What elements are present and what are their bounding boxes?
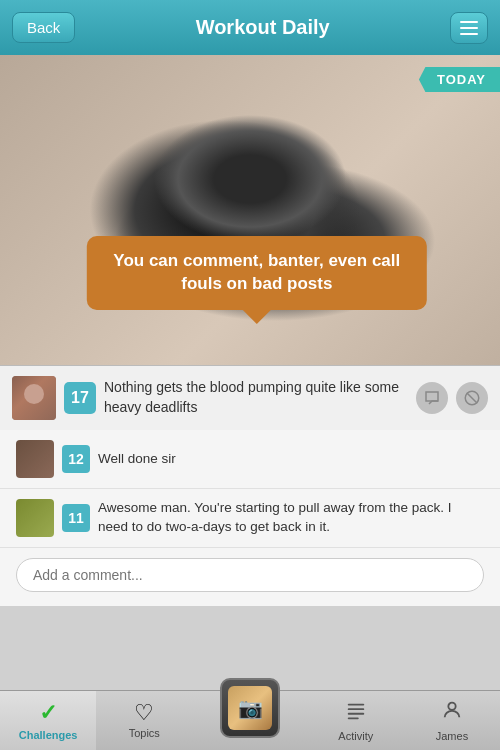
tab-challenges[interactable]: ✓ Challenges (0, 691, 96, 750)
comment-score-1: 12 (62, 445, 90, 473)
comment-text-2: Awesome man. You're starting to pull awa… (98, 499, 484, 537)
tab-topics-label: Topics (129, 727, 160, 739)
post-score: 17 (64, 382, 96, 414)
hero-image: TODAY You can comment, banter, even call… (0, 55, 500, 365)
post-avatar (12, 376, 56, 420)
tab-activity[interactable]: Activity (308, 691, 404, 750)
post-actions (416, 382, 488, 414)
comment-text-1: Well done sir (98, 450, 484, 469)
tooltip-bubble: You can comment, banter, even call fouls… (87, 236, 427, 310)
block-button[interactable] (456, 382, 488, 414)
main-content: TODAY You can comment, banter, even call… (0, 55, 500, 690)
camera-icon: 📷 (228, 686, 272, 730)
tab-challenges-label: Challenges (19, 729, 78, 741)
svg-line-1 (467, 393, 478, 404)
avatar-face (24, 384, 44, 404)
comment-score-2: 11 (62, 504, 90, 532)
tab-bar: ✓ Challenges ♡ Topics 📷 Activity (0, 690, 500, 750)
svg-point-6 (448, 703, 455, 710)
heart-icon: ♡ (134, 702, 154, 724)
tab-james-label: James (436, 730, 468, 742)
svg-rect-3 (348, 708, 365, 710)
comment-row: 12 Well done sir (0, 430, 500, 489)
add-comment-input[interactable] (16, 558, 484, 592)
challenges-icon: ✓ (39, 700, 57, 726)
avatar-image (12, 376, 56, 420)
today-badge: TODAY (419, 67, 500, 92)
comment-button[interactable] (416, 382, 448, 414)
svg-rect-4 (348, 712, 365, 714)
add-comment-area (0, 548, 500, 606)
menu-button[interactable] (450, 12, 488, 44)
activity-icon (345, 700, 367, 727)
tab-topics[interactable]: ♡ Topics (96, 691, 192, 750)
tab-james[interactable]: James (404, 691, 500, 750)
menu-icon (460, 21, 478, 35)
back-button[interactable]: Back (12, 12, 75, 43)
svg-rect-2 (348, 703, 365, 705)
camera-button[interactable]: 📷 (220, 678, 280, 738)
tab-camera[interactable]: 📷 (192, 691, 307, 750)
comment-avatar-1 (16, 440, 54, 478)
svg-rect-5 (348, 717, 359, 719)
comment-row: 11 Awesome man. You're starting to pull … (0, 489, 500, 548)
header: Back Workout Daily (0, 0, 500, 55)
post-card: 17 Nothing gets the blood pumping quite … (0, 365, 500, 430)
page-title: Workout Daily (75, 16, 450, 39)
comments-section: 12 Well done sir 11 Awesome man. You're … (0, 430, 500, 548)
person-icon (441, 699, 463, 727)
tab-activity-label: Activity (338, 730, 373, 742)
post-row: 17 Nothing gets the blood pumping quite … (12, 376, 488, 420)
post-text: Nothing gets the blood pumping quite lik… (104, 378, 408, 417)
comment-avatar-2 (16, 499, 54, 537)
